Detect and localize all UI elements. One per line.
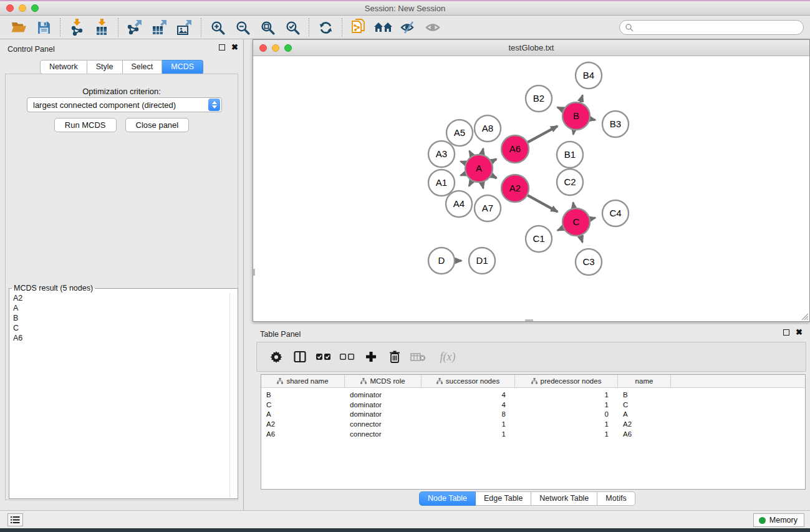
- task-history-button[interactable]: [7, 513, 23, 526]
- node-B2[interactable]: B2: [526, 85, 552, 112]
- edge-B-B2[interactable]: [557, 107, 563, 110]
- horizontal-scroll-indicator[interactable]: [525, 319, 533, 321]
- node-A1[interactable]: A1: [428, 170, 455, 196]
- node-A6[interactable]: A6: [501, 135, 529, 163]
- table-cell[interactable]: 1: [515, 430, 618, 438]
- tab-style[interactable]: Style: [87, 60, 123, 74]
- node-A8[interactable]: A8: [475, 115, 501, 142]
- edge-A-A7[interactable]: [482, 182, 483, 188]
- tab-network[interactable]: Network: [40, 60, 87, 74]
- node-A2[interactable]: A2: [501, 175, 529, 202]
- delete-table-icon[interactable]: [408, 346, 429, 368]
- function-builder-icon[interactable]: f(x): [432, 346, 464, 368]
- table-cell[interactable]: 4: [422, 391, 515, 399]
- node-B1[interactable]: B1: [557, 142, 583, 168]
- refresh-layout-icon[interactable]: [313, 17, 338, 37]
- show-graphics-details-icon[interactable]: [421, 17, 446, 37]
- vertical-scroll-indicator[interactable]: [253, 269, 255, 276]
- table-row[interactable]: A2connector11A2: [261, 419, 805, 429]
- table-cell[interactable]: dominator: [345, 391, 422, 399]
- zoom-in-icon[interactable]: [205, 17, 230, 37]
- edge-B-B3[interactable]: [591, 119, 595, 120]
- table-row[interactable]: A6connector11A6: [261, 429, 805, 439]
- node-C[interactable]: C: [562, 208, 590, 236]
- criterion-dropdown[interactable]: largest connected component (directed): [27, 97, 222, 112]
- add-column-icon[interactable]: [360, 346, 382, 368]
- network-window-titlebar[interactable]: testGlobe.txt: [253, 40, 809, 56]
- table-cell[interactable]: 1: [422, 420, 515, 428]
- table-cell[interactable]: connector: [345, 430, 422, 438]
- table-cell[interactable]: 1: [515, 391, 618, 399]
- column-header-shared-name[interactable]: shared name: [261, 375, 345, 387]
- edge-A-A2[interactable]: [491, 175, 496, 178]
- table-cell[interactable]: C: [618, 401, 671, 409]
- hide-graphics-details-icon[interactable]: [396, 17, 421, 37]
- edge-C-C1[interactable]: [557, 228, 563, 230]
- close-table-panel-icon[interactable]: ✖: [796, 329, 803, 336]
- home-icon[interactable]: [371, 17, 396, 37]
- table-cell[interactable]: B: [618, 391, 671, 399]
- table-cell[interactable]: A2: [261, 420, 345, 428]
- table-cell[interactable]: dominator: [345, 410, 422, 418]
- table-cell[interactable]: 8: [422, 410, 515, 418]
- run-mcds-button[interactable]: Run MCDS: [54, 118, 117, 132]
- float-panel-icon[interactable]: [219, 44, 225, 51]
- export-table-icon[interactable]: [147, 17, 172, 37]
- mcds-result-item[interactable]: A: [10, 303, 229, 313]
- node-B3[interactable]: B3: [602, 111, 629, 137]
- zoom-fit-icon[interactable]: [255, 17, 280, 37]
- edge-A-A8[interactable]: [482, 148, 483, 154]
- table-cell[interactable]: 1: [515, 420, 618, 428]
- import-table-icon[interactable]: [89, 17, 114, 37]
- mcds-result-item[interactable]: A6: [10, 333, 229, 343]
- export-image-icon[interactable]: [172, 17, 197, 37]
- node-A5[interactable]: A5: [446, 120, 473, 146]
- edge-C-C4[interactable]: [590, 218, 595, 219]
- edge-A-A5[interactable]: [470, 151, 472, 156]
- edge-A-A3[interactable]: [461, 162, 466, 163]
- table-cell[interactable]: connector: [345, 420, 422, 428]
- network-graph[interactable]: B4B2BB3A5A8A6A3B1AA1C2A2A4A7CC4C1C3DD1: [253, 56, 809, 321]
- delete-columns-icon[interactable]: [384, 346, 405, 368]
- table-cell[interactable]: 0: [515, 410, 618, 418]
- table-cell[interactable]: A2: [618, 420, 671, 428]
- mcds-result-item[interactable]: B: [10, 313, 229, 323]
- edge-A-A4[interactable]: [469, 181, 472, 186]
- mcds-result-item[interactable]: C: [10, 323, 229, 333]
- duplicate-network-icon[interactable]: [346, 17, 371, 37]
- node-A3[interactable]: A3: [428, 141, 455, 167]
- zoom-selected-icon[interactable]: [280, 17, 305, 37]
- table-cell[interactable]: C: [261, 401, 345, 409]
- table-cell[interactable]: A6: [261, 430, 345, 438]
- node-B[interactable]: B: [562, 102, 590, 130]
- node-D1[interactable]: D1: [469, 248, 495, 274]
- column-header-predecessor-nodes[interactable]: predecessor nodes: [515, 375, 618, 387]
- edge-B-B4[interactable]: [581, 95, 583, 102]
- save-session-icon[interactable]: [31, 17, 56, 37]
- node-C3[interactable]: C3: [576, 249, 602, 275]
- column-header-successor-nodes[interactable]: successor nodes: [422, 375, 515, 387]
- node-A4[interactable]: A4: [446, 191, 472, 217]
- table-cell[interactable]: 4: [422, 401, 515, 409]
- tab-network-table[interactable]: Network Table: [531, 491, 597, 506]
- edge-A-A1[interactable]: [461, 173, 466, 175]
- table-cell[interactable]: 1: [422, 430, 515, 438]
- edge-C-C3[interactable]: [581, 236, 582, 243]
- close-panel-icon[interactable]: ✖: [231, 44, 238, 51]
- edge-A2-C[interactable]: [528, 195, 557, 211]
- export-network-icon[interactable]: [122, 17, 147, 37]
- memory-button[interactable]: Memory: [753, 513, 804, 527]
- resize-grip-icon[interactable]: [800, 312, 809, 321]
- table-settings-icon[interactable]: [266, 346, 287, 368]
- search-input[interactable]: [634, 22, 803, 33]
- float-table-panel-icon[interactable]: [783, 329, 789, 336]
- column-header-name[interactable]: name: [618, 375, 671, 387]
- tab-mcds[interactable]: MCDS: [162, 60, 203, 74]
- table-cell[interactable]: B: [261, 391, 345, 399]
- search-box[interactable]: [619, 20, 804, 35]
- table-row[interactable]: Bdominator41B: [261, 390, 805, 400]
- unselect-all-columns-icon[interactable]: [337, 346, 358, 368]
- zoom-out-icon[interactable]: [230, 17, 255, 37]
- select-all-columns-icon[interactable]: [313, 346, 334, 368]
- import-network-icon[interactable]: [64, 17, 89, 37]
